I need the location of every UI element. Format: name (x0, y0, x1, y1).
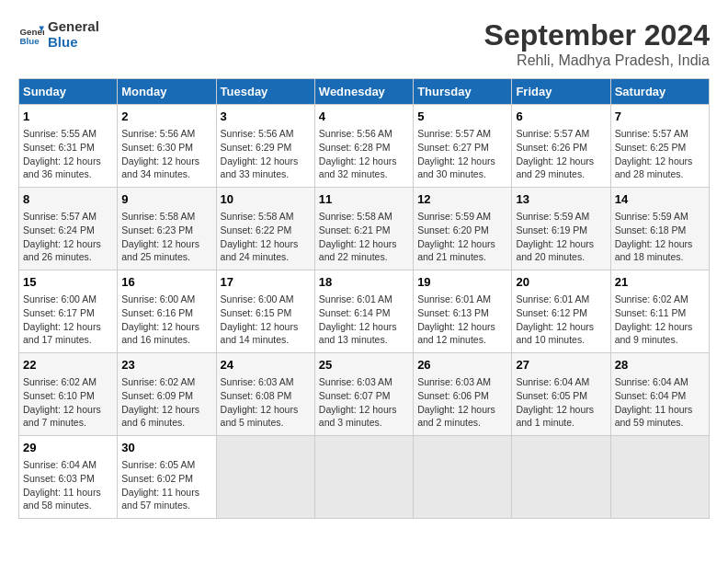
day-info: Sunrise: 5:58 AM Sunset: 6:21 PM Dayligh… (319, 210, 409, 264)
day-number: 18 (319, 274, 409, 291)
weekday-header-friday: Friday (512, 79, 610, 105)
day-info: Sunrise: 5:59 AM Sunset: 6:18 PM Dayligh… (615, 210, 705, 264)
day-info: Sunrise: 6:00 AM Sunset: 6:16 PM Dayligh… (121, 293, 211, 347)
calendar-cell: 28Sunrise: 6:04 AM Sunset: 6:04 PM Dayli… (610, 353, 709, 436)
header: General Blue General Blue September 2024… (18, 18, 710, 69)
weekday-header-sunday: Sunday (19, 79, 118, 105)
calendar-cell: 10Sunrise: 5:58 AM Sunset: 6:22 PM Dayli… (216, 188, 314, 270)
weekday-header-thursday: Thursday (414, 79, 512, 105)
day-number: 12 (417, 191, 507, 208)
calendar-cell: 27Sunrise: 6:04 AM Sunset: 6:05 PM Dayli… (512, 353, 610, 436)
day-number: 17 (221, 274, 311, 291)
day-number: 14 (615, 191, 705, 208)
day-info: Sunrise: 6:04 AM Sunset: 6:04 PM Dayligh… (615, 375, 705, 430)
week-row-4: 22Sunrise: 6:02 AM Sunset: 6:10 PM Dayli… (19, 353, 710, 436)
day-number: 29 (23, 440, 113, 456)
day-number: 6 (516, 109, 606, 125)
day-number: 21 (615, 274, 705, 291)
day-info: Sunrise: 5:55 AM Sunset: 6:31 PM Dayligh… (23, 127, 113, 181)
day-number: 4 (319, 109, 409, 125)
svg-text:Blue: Blue (19, 36, 40, 46)
day-info: Sunrise: 6:02 AM Sunset: 6:11 PM Dayligh… (615, 293, 705, 347)
calendar-cell: 1Sunrise: 5:55 AM Sunset: 6:31 PM Daylig… (19, 105, 118, 188)
week-row-5: 29Sunrise: 6:04 AM Sunset: 6:03 PM Dayli… (19, 436, 710, 519)
day-number: 2 (121, 109, 211, 125)
week-row-1: 1Sunrise: 5:55 AM Sunset: 6:31 PM Daylig… (19, 105, 710, 188)
calendar-header-row: SundayMondayTuesdayWednesdayThursdayFrid… (19, 79, 710, 105)
calendar-cell (314, 436, 413, 519)
weekday-header-tuesday: Tuesday (216, 79, 314, 105)
day-info: Sunrise: 6:04 AM Sunset: 6:03 PM Dayligh… (23, 458, 113, 512)
day-info: Sunrise: 5:58 AM Sunset: 6:23 PM Dayligh… (121, 210, 211, 264)
calendar-cell: 4Sunrise: 5:56 AM Sunset: 6:28 PM Daylig… (314, 105, 413, 188)
calendar-cell: 29Sunrise: 6:04 AM Sunset: 6:03 PM Dayli… (19, 436, 118, 519)
day-number: 19 (417, 274, 507, 291)
calendar-cell (414, 436, 512, 519)
day-info: Sunrise: 6:02 AM Sunset: 6:10 PM Dayligh… (23, 375, 113, 430)
day-number: 11 (319, 191, 409, 208)
calendar-cell: 18Sunrise: 6:01 AM Sunset: 6:14 PM Dayli… (314, 270, 413, 353)
day-number: 26 (417, 357, 507, 373)
day-info: Sunrise: 6:01 AM Sunset: 6:13 PM Dayligh… (417, 293, 507, 347)
calendar-cell: 25Sunrise: 6:03 AM Sunset: 6:07 PM Dayli… (314, 353, 413, 436)
day-info: Sunrise: 6:01 AM Sunset: 6:14 PM Dayligh… (319, 293, 409, 347)
calendar-cell: 2Sunrise: 5:56 AM Sunset: 6:30 PM Daylig… (118, 105, 216, 188)
day-info: Sunrise: 6:05 AM Sunset: 6:02 PM Dayligh… (121, 458, 211, 512)
calendar-table: SundayMondayTuesdayWednesdayThursdayFrid… (18, 78, 710, 519)
calendar-cell: 23Sunrise: 6:02 AM Sunset: 6:09 PM Dayli… (118, 353, 216, 436)
day-info: Sunrise: 5:56 AM Sunset: 6:29 PM Dayligh… (221, 127, 311, 181)
calendar-cell: 22Sunrise: 6:02 AM Sunset: 6:10 PM Dayli… (19, 353, 118, 436)
day-number: 22 (23, 357, 113, 373)
day-info: Sunrise: 5:58 AM Sunset: 6:22 PM Dayligh… (221, 210, 311, 264)
day-info: Sunrise: 5:57 AM Sunset: 6:27 PM Dayligh… (417, 127, 507, 181)
calendar-cell (512, 436, 610, 519)
day-number: 25 (319, 357, 409, 373)
logo-general: General (48, 18, 99, 34)
calendar-cell: 16Sunrise: 6:00 AM Sunset: 6:16 PM Dayli… (118, 270, 216, 353)
day-info: Sunrise: 6:03 AM Sunset: 6:06 PM Dayligh… (417, 375, 507, 430)
day-number: 13 (516, 191, 606, 208)
calendar-cell: 8Sunrise: 5:57 AM Sunset: 6:24 PM Daylig… (19, 188, 118, 270)
day-info: Sunrise: 6:03 AM Sunset: 6:07 PM Dayligh… (319, 375, 409, 430)
day-number: 30 (121, 440, 211, 456)
day-number: 28 (615, 357, 705, 373)
day-number: 5 (417, 109, 507, 125)
calendar-cell: 6Sunrise: 5:57 AM Sunset: 6:26 PM Daylig… (512, 105, 610, 188)
calendar-cell: 20Sunrise: 6:01 AM Sunset: 6:12 PM Dayli… (512, 270, 610, 353)
day-number: 8 (23, 191, 113, 208)
day-info: Sunrise: 5:59 AM Sunset: 6:20 PM Dayligh… (417, 210, 507, 264)
day-number: 16 (121, 274, 211, 291)
day-info: Sunrise: 5:57 AM Sunset: 6:25 PM Dayligh… (615, 127, 705, 181)
day-info: Sunrise: 5:59 AM Sunset: 6:19 PM Dayligh… (516, 210, 606, 264)
logo-icon: General Blue (18, 21, 44, 47)
day-info: Sunrise: 6:00 AM Sunset: 6:17 PM Dayligh… (23, 293, 113, 347)
calendar-cell: 9Sunrise: 5:58 AM Sunset: 6:23 PM Daylig… (118, 188, 216, 270)
weekday-header-saturday: Saturday (610, 79, 709, 105)
calendar-cell: 15Sunrise: 6:00 AM Sunset: 6:17 PM Dayli… (19, 270, 118, 353)
day-number: 3 (221, 109, 311, 125)
calendar-cell: 13Sunrise: 5:59 AM Sunset: 6:19 PM Dayli… (512, 188, 610, 270)
day-number: 10 (221, 191, 311, 208)
day-number: 20 (516, 274, 606, 291)
calendar-cell: 12Sunrise: 5:59 AM Sunset: 6:20 PM Dayli… (414, 188, 512, 270)
day-info: Sunrise: 5:57 AM Sunset: 6:24 PM Dayligh… (23, 210, 113, 264)
day-number: 1 (23, 109, 113, 125)
calendar-body: 1Sunrise: 5:55 AM Sunset: 6:31 PM Daylig… (19, 105, 710, 519)
calendar-cell (216, 436, 314, 519)
calendar-cell: 5Sunrise: 5:57 AM Sunset: 6:27 PM Daylig… (414, 105, 512, 188)
calendar-cell: 14Sunrise: 5:59 AM Sunset: 6:18 PM Dayli… (610, 188, 709, 270)
calendar-cell: 7Sunrise: 5:57 AM Sunset: 6:25 PM Daylig… (610, 105, 709, 188)
calendar-cell: 19Sunrise: 6:01 AM Sunset: 6:13 PM Dayli… (414, 270, 512, 353)
calendar-cell: 30Sunrise: 6:05 AM Sunset: 6:02 PM Dayli… (118, 436, 216, 519)
weekday-header-wednesday: Wednesday (314, 79, 413, 105)
weekday-header-monday: Monday (118, 79, 216, 105)
day-number: 15 (23, 274, 113, 291)
day-info: Sunrise: 6:03 AM Sunset: 6:08 PM Dayligh… (221, 375, 311, 430)
calendar-cell: 21Sunrise: 6:02 AM Sunset: 6:11 PM Dayli… (610, 270, 709, 353)
day-info: Sunrise: 6:00 AM Sunset: 6:15 PM Dayligh… (221, 293, 311, 347)
calendar-cell: 24Sunrise: 6:03 AM Sunset: 6:08 PM Dayli… (216, 353, 314, 436)
title-area: September 2024 Rehli, Madhya Pradesh, In… (484, 18, 710, 69)
logo: General Blue General Blue (18, 18, 99, 50)
calendar-title: September 2024 (484, 18, 710, 52)
day-number: 23 (121, 357, 211, 373)
